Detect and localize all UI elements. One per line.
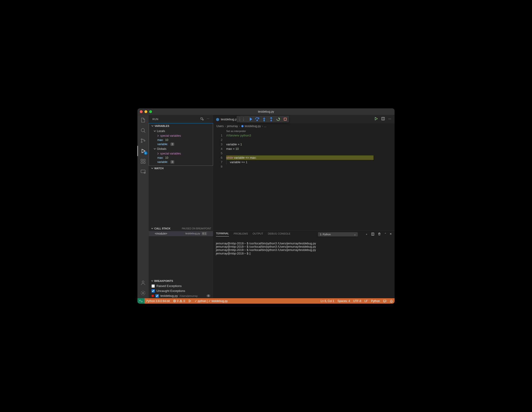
checkbox[interactable] bbox=[152, 289, 155, 293]
variable-max-g[interactable]: max: 10 bbox=[149, 156, 213, 160]
run-debug-icon[interactable]: 1 bbox=[137, 146, 149, 156]
callstack-frame[interactable]: <module> testdebug.py6:1 bbox=[149, 231, 213, 236]
language-mode[interactable]: Python bbox=[370, 300, 381, 303]
continue-icon[interactable] bbox=[248, 117, 252, 122]
restart-icon[interactable] bbox=[276, 117, 281, 122]
problems-status[interactable]: 00 bbox=[171, 298, 187, 304]
split-icon[interactable] bbox=[381, 117, 385, 122]
run-icon[interactable] bbox=[374, 117, 378, 122]
tab-bar: ⬤ testdebug.p ⋮⋮ ··· bbox=[213, 115, 395, 123]
svg-point-10 bbox=[142, 281, 144, 283]
svg-rect-17 bbox=[284, 118, 286, 120]
variables-section: VARIABLES Locals special variables max: … bbox=[149, 123, 213, 166]
debug-sidebar: RUN ··· VARIABLES Locals special variabl… bbox=[149, 115, 213, 298]
text-editor[interactable]: 12345678 Set as interpreter #!/bin/env p… bbox=[213, 129, 395, 230]
bp-raised-exceptions[interactable]: Raised Exceptions bbox=[149, 283, 213, 288]
remote-icon[interactable] bbox=[137, 167, 149, 177]
bottom-panel: TERMINAL PROBLEMS OUTPUT DEBUG CONSOLE 1… bbox=[213, 230, 395, 298]
variables-header[interactable]: VARIABLES bbox=[149, 123, 213, 129]
breadcrumb[interactable]: Users› jemurray› ⬢testdebug.py› ... bbox=[213, 123, 395, 129]
zoom-icon[interactable] bbox=[149, 110, 152, 113]
special-variables[interactable]: special variables bbox=[149, 134, 213, 138]
checkbox[interactable] bbox=[152, 284, 155, 288]
bell-icon[interactable] bbox=[388, 300, 395, 303]
trash-icon[interactable] bbox=[378, 233, 381, 236]
svg-point-13 bbox=[202, 119, 203, 120]
callstack-status: PAUSED ON BREAKPOINT bbox=[182, 227, 211, 230]
breakpoints-header[interactable]: BREAKPOINTS bbox=[149, 278, 213, 283]
vscode-window: testdebug.py 1 RUN ··· bbox=[137, 108, 395, 304]
python-icon: ⬢ bbox=[241, 124, 244, 128]
special-variables-globals[interactable]: special variables bbox=[149, 151, 213, 156]
chevron-right-icon bbox=[156, 134, 160, 137]
eol[interactable]: LF bbox=[363, 300, 370, 303]
extensions-icon[interactable] bbox=[137, 156, 149, 167]
checkbox[interactable] bbox=[155, 294, 159, 298]
svg-rect-8 bbox=[141, 170, 145, 173]
bp-uncaught-exceptions[interactable]: Uncaught Exceptions bbox=[149, 288, 213, 293]
watch-header[interactable]: WATCH bbox=[149, 166, 213, 171]
split-terminal-icon[interactable] bbox=[371, 233, 374, 236]
step-out-icon[interactable] bbox=[269, 117, 274, 122]
breakpoint-icon bbox=[152, 295, 154, 297]
cursor-position[interactable]: Ln 6, Col 1 bbox=[319, 300, 336, 303]
settings-icon[interactable] bbox=[137, 288, 149, 298]
step-over-icon[interactable] bbox=[255, 117, 259, 122]
debug-toolbar[interactable]: ⋮⋮ bbox=[237, 116, 289, 122]
chevron-right-icon bbox=[156, 152, 160, 155]
account-icon[interactable] bbox=[137, 278, 149, 288]
minimap[interactable] bbox=[373, 129, 395, 230]
chevron-up-icon[interactable]: ⌃ bbox=[384, 233, 386, 236]
stop-icon[interactable] bbox=[283, 117, 287, 122]
grip-icon[interactable]: ⋮⋮ bbox=[238, 117, 245, 122]
scope-globals[interactable]: Globals bbox=[149, 146, 213, 151]
activity-bar: 1 bbox=[137, 115, 149, 298]
variable-variable-g[interactable]: variable: 3 bbox=[149, 160, 213, 164]
remote-indicator[interactable] bbox=[137, 298, 144, 304]
window-title: testdebug.py bbox=[258, 110, 274, 113]
search-icon[interactable] bbox=[137, 125, 149, 136]
svg-point-14 bbox=[257, 120, 257, 121]
svg-rect-5 bbox=[143, 159, 145, 161]
tab-testdebug[interactable]: ⬤ testdebug.p bbox=[213, 115, 240, 123]
more-icon[interactable]: ··· bbox=[207, 117, 209, 121]
svg-point-16 bbox=[271, 120, 272, 121]
encoding[interactable]: UTF-8 bbox=[352, 300, 363, 303]
feedback-icon[interactable] bbox=[381, 300, 388, 303]
tab-problems[interactable]: PROBLEMS bbox=[234, 232, 248, 236]
close-icon[interactable] bbox=[140, 110, 142, 113]
svg-point-15 bbox=[264, 120, 265, 121]
variable-max[interactable]: max: 10 bbox=[149, 138, 213, 142]
indentation[interactable]: Spaces: 4 bbox=[336, 300, 352, 303]
variable-variable[interactable]: variable: 3 bbox=[149, 142, 213, 146]
codelens[interactable]: Set as interpreter bbox=[226, 129, 373, 133]
debug-config-icon[interactable] bbox=[200, 117, 204, 121]
test-status[interactable]: ✓ python | ✓ testdebug.py bbox=[193, 298, 229, 304]
chevron-down-icon bbox=[151, 167, 154, 170]
debug-status[interactable] bbox=[187, 298, 193, 304]
scope-locals[interactable]: Locals bbox=[149, 129, 213, 134]
more-icon[interactable]: ··· bbox=[388, 117, 391, 122]
chevron-down-icon bbox=[153, 147, 156, 150]
terminal[interactable]: jemurray@mbp-2019:~ $ /usr/local/bin/pyt… bbox=[213, 236, 395, 298]
title-bar[interactable]: testdebug.py bbox=[137, 108, 395, 115]
new-terminal-icon[interactable]: ＋ bbox=[365, 233, 368, 236]
chevron-down-icon bbox=[151, 279, 154, 282]
bp-file[interactable]: testdebug.py/Users/jemurray6 bbox=[149, 293, 213, 298]
tab-output[interactable]: OUTPUT bbox=[253, 232, 263, 236]
callstack-header[interactable]: CALL STACK PAUSED ON BREAKPOINT bbox=[149, 226, 213, 231]
debug-badge: 1 bbox=[144, 151, 147, 155]
panel-tabs: TERMINAL PROBLEMS OUTPUT DEBUG CONSOLE 1… bbox=[213, 231, 395, 236]
tab-terminal[interactable]: TERMINAL bbox=[216, 232, 229, 236]
status-bar: Python 3.9.0 64-bit 00 ✓ python | ✓ test… bbox=[137, 298, 395, 304]
window-controls bbox=[140, 110, 152, 113]
source-control-icon[interactable] bbox=[137, 136, 149, 146]
step-into-icon[interactable] bbox=[262, 117, 266, 122]
minimize-icon[interactable] bbox=[144, 110, 147, 113]
explorer-icon[interactable] bbox=[137, 115, 149, 125]
terminal-select[interactable]: 1: Python⌄ bbox=[318, 232, 358, 236]
python-version[interactable]: Python 3.9.0 64-bit bbox=[144, 298, 171, 304]
close-icon[interactable]: ✕ bbox=[390, 233, 392, 236]
tab-debug-console[interactable]: DEBUG CONSOLE bbox=[268, 232, 290, 236]
chevron-down-icon bbox=[153, 130, 156, 133]
